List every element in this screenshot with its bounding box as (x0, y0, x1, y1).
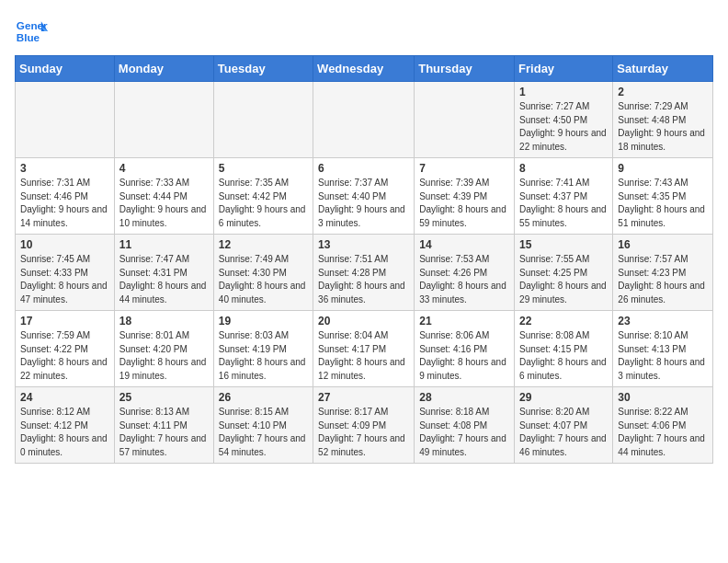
calendar-day-cell: 5Sunrise: 7:35 AM Sunset: 4:42 PM Daylig… (213, 158, 313, 235)
calendar-day-cell: 27Sunrise: 8:17 AM Sunset: 4:09 PM Dayli… (313, 387, 415, 464)
day-info: Sunrise: 7:37 AM Sunset: 4:40 PM Dayligh… (318, 177, 409, 230)
day-number: 2 (618, 86, 708, 98)
calendar-header-row: SundayMondayTuesdayWednesdayThursdayFrid… (16, 56, 713, 82)
calendar-day-cell: 26Sunrise: 8:15 AM Sunset: 4:10 PM Dayli… (213, 387, 313, 464)
calendar-day-cell: 10Sunrise: 7:45 AM Sunset: 4:33 PM Dayli… (16, 235, 115, 311)
day-info: Sunrise: 7:57 AM Sunset: 4:23 PM Dayligh… (618, 253, 708, 306)
calendar-day-cell: 2Sunrise: 7:29 AM Sunset: 4:48 PM Daylig… (613, 82, 713, 158)
calendar-day-cell: 24Sunrise: 8:12 AM Sunset: 4:12 PM Dayli… (16, 387, 115, 464)
day-info: Sunrise: 7:41 AM Sunset: 4:37 PM Dayligh… (519, 177, 608, 230)
day-number: 30 (618, 391, 708, 404)
calendar-day-cell: 29Sunrise: 8:20 AM Sunset: 4:07 PM Dayli… (515, 387, 613, 464)
day-of-week-header: Sunday (16, 56, 115, 82)
calendar-day-cell: 25Sunrise: 8:13 AM Sunset: 4:11 PM Dayli… (114, 387, 213, 464)
calendar-day-cell (313, 82, 415, 158)
day-of-week-header: Monday (114, 56, 213, 82)
day-number: 25 (119, 391, 209, 404)
logo: General Blue (15, 15, 48, 48)
day-number: 13 (318, 238, 409, 251)
day-info: Sunrise: 7:59 AM Sunset: 4:22 PM Dayligh… (20, 329, 109, 383)
day-info: Sunrise: 7:47 AM Sunset: 4:31 PM Dayligh… (119, 253, 209, 306)
day-info: Sunrise: 8:08 AM Sunset: 4:15 PM Dayligh… (519, 329, 608, 383)
calendar-day-cell: 11Sunrise: 7:47 AM Sunset: 4:31 PM Dayli… (114, 235, 213, 311)
day-info: Sunrise: 7:39 AM Sunset: 4:39 PM Dayligh… (419, 177, 509, 230)
day-info: Sunrise: 8:01 AM Sunset: 4:20 PM Dayligh… (119, 329, 209, 383)
day-of-week-header: Saturday (613, 56, 713, 82)
day-info: Sunrise: 7:55 AM Sunset: 4:25 PM Dayligh… (519, 253, 608, 306)
day-number: 6 (318, 162, 409, 175)
calendar-week-row: 10Sunrise: 7:45 AM Sunset: 4:33 PM Dayli… (16, 235, 713, 311)
day-of-week-header: Tuesday (213, 56, 313, 82)
calendar-day-cell: 6Sunrise: 7:37 AM Sunset: 4:40 PM Daylig… (313, 158, 415, 235)
day-number: 8 (519, 162, 608, 175)
day-info: Sunrise: 8:20 AM Sunset: 4:07 PM Dayligh… (519, 406, 608, 459)
day-info: Sunrise: 7:35 AM Sunset: 4:42 PM Dayligh… (219, 177, 308, 230)
calendar-day-cell: 30Sunrise: 8:22 AM Sunset: 4:06 PM Dayli… (613, 387, 713, 464)
day-info: Sunrise: 7:51 AM Sunset: 4:28 PM Dayligh… (318, 253, 409, 306)
day-number: 24 (20, 391, 109, 404)
day-info: Sunrise: 7:43 AM Sunset: 4:35 PM Dayligh… (618, 177, 708, 230)
day-info: Sunrise: 8:03 AM Sunset: 4:19 PM Dayligh… (219, 329, 308, 383)
day-of-week-header: Friday (515, 56, 613, 82)
day-info: Sunrise: 8:10 AM Sunset: 4:13 PM Dayligh… (618, 329, 708, 383)
calendar-day-cell: 23Sunrise: 8:10 AM Sunset: 4:13 PM Dayli… (613, 311, 713, 387)
day-info: Sunrise: 7:31 AM Sunset: 4:46 PM Dayligh… (20, 177, 109, 230)
page-header: General Blue (15, 15, 713, 48)
calendar-day-cell (213, 82, 313, 158)
calendar-day-cell: 14Sunrise: 7:53 AM Sunset: 4:26 PM Dayli… (415, 235, 515, 311)
day-number: 27 (318, 391, 409, 404)
day-info: Sunrise: 8:04 AM Sunset: 4:17 PM Dayligh… (318, 329, 409, 383)
calendar-day-cell: 15Sunrise: 7:55 AM Sunset: 4:25 PM Dayli… (515, 235, 613, 311)
day-info: Sunrise: 8:22 AM Sunset: 4:06 PM Dayligh… (618, 406, 708, 459)
calendar-day-cell: 7Sunrise: 7:39 AM Sunset: 4:39 PM Daylig… (415, 158, 515, 235)
day-number: 21 (419, 315, 509, 327)
day-info: Sunrise: 8:12 AM Sunset: 4:12 PM Dayligh… (20, 406, 109, 459)
calendar-day-cell: 1Sunrise: 7:27 AM Sunset: 4:50 PM Daylig… (515, 82, 613, 158)
calendar-day-cell: 3Sunrise: 7:31 AM Sunset: 4:46 PM Daylig… (16, 158, 115, 235)
day-info: Sunrise: 8:17 AM Sunset: 4:09 PM Dayligh… (318, 406, 409, 459)
day-info: Sunrise: 7:53 AM Sunset: 4:26 PM Dayligh… (419, 253, 509, 306)
day-info: Sunrise: 7:29 AM Sunset: 4:48 PM Dayligh… (618, 100, 708, 154)
calendar-week-row: 17Sunrise: 7:59 AM Sunset: 4:22 PM Dayli… (16, 311, 713, 387)
day-number: 15 (519, 238, 608, 251)
calendar-day-cell: 16Sunrise: 7:57 AM Sunset: 4:23 PM Dayli… (613, 235, 713, 311)
day-number: 9 (618, 162, 708, 175)
calendar-day-cell (114, 82, 213, 158)
calendar-day-cell: 20Sunrise: 8:04 AM Sunset: 4:17 PM Dayli… (313, 311, 415, 387)
calendar-day-cell: 9Sunrise: 7:43 AM Sunset: 4:35 PM Daylig… (613, 158, 713, 235)
calendar-day-cell: 22Sunrise: 8:08 AM Sunset: 4:15 PM Dayli… (515, 311, 613, 387)
day-info: Sunrise: 8:15 AM Sunset: 4:10 PM Dayligh… (219, 406, 308, 459)
day-number: 11 (119, 238, 209, 251)
day-info: Sunrise: 8:13 AM Sunset: 4:11 PM Dayligh… (119, 406, 209, 459)
day-info: Sunrise: 7:33 AM Sunset: 4:44 PM Dayligh… (119, 177, 209, 230)
day-number: 23 (618, 315, 708, 327)
day-of-week-header: Thursday (415, 56, 515, 82)
day-number: 26 (219, 391, 308, 404)
day-number: 29 (519, 391, 608, 404)
day-number: 14 (419, 238, 509, 251)
calendar-day-cell: 12Sunrise: 7:49 AM Sunset: 4:30 PM Dayli… (213, 235, 313, 311)
day-info: Sunrise: 7:45 AM Sunset: 4:33 PM Dayligh… (20, 253, 109, 306)
calendar-day-cell: 17Sunrise: 7:59 AM Sunset: 4:22 PM Dayli… (16, 311, 115, 387)
day-info: Sunrise: 7:27 AM Sunset: 4:50 PM Dayligh… (519, 100, 608, 154)
day-number: 12 (219, 238, 308, 251)
day-number: 5 (219, 162, 308, 175)
calendar-day-cell: 18Sunrise: 8:01 AM Sunset: 4:20 PM Dayli… (114, 311, 213, 387)
calendar-day-cell: 21Sunrise: 8:06 AM Sunset: 4:16 PM Dayli… (415, 311, 515, 387)
calendar-week-row: 24Sunrise: 8:12 AM Sunset: 4:12 PM Dayli… (16, 387, 713, 464)
day-info: Sunrise: 8:18 AM Sunset: 4:08 PM Dayligh… (419, 406, 509, 459)
day-info: Sunrise: 8:06 AM Sunset: 4:16 PM Dayligh… (419, 329, 509, 383)
day-number: 16 (618, 238, 708, 251)
day-number: 7 (419, 162, 509, 175)
calendar-week-row: 3Sunrise: 7:31 AM Sunset: 4:46 PM Daylig… (16, 158, 713, 235)
day-number: 28 (419, 391, 509, 404)
day-number: 17 (20, 315, 109, 327)
day-number: 22 (519, 315, 608, 327)
day-number: 10 (20, 238, 109, 251)
calendar-day-cell: 4Sunrise: 7:33 AM Sunset: 4:44 PM Daylig… (114, 158, 213, 235)
calendar-table: SundayMondayTuesdayWednesdayThursdayFrid… (15, 55, 713, 464)
day-number: 19 (219, 315, 308, 327)
calendar-week-row: 1Sunrise: 7:27 AM Sunset: 4:50 PM Daylig… (16, 82, 713, 158)
day-number: 4 (119, 162, 209, 175)
calendar-day-cell: 19Sunrise: 8:03 AM Sunset: 4:19 PM Dayli… (213, 311, 313, 387)
